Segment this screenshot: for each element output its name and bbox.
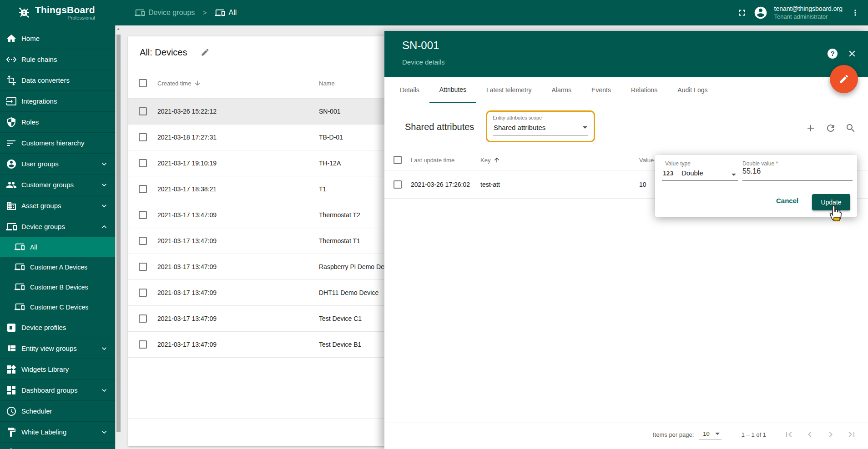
row-checkbox[interactable] [139, 133, 147, 141]
chevron-down-icon [732, 174, 736, 176]
more-menu-button[interactable] [851, 8, 860, 17]
table-row[interactable]: 2021-03-17 19:10:19 TH-12A [128, 150, 392, 176]
sidebar-subitem-all[interactable]: All [0, 237, 115, 257]
table-row[interactable]: 2021-03-17 13:47:09 Thermostat T2 [128, 202, 392, 228]
logo[interactable]: ThingsBoard Professional [0, 0, 115, 25]
scrollbar-thumb[interactable] [116, 35, 121, 432]
user-avatar[interactable] [753, 5, 768, 20]
panel-header: SN-001 Device details ? [384, 31, 868, 77]
help-icon[interactable]: ? [828, 49, 838, 59]
sidebar-subitem-customer-c-devices[interactable]: Customer C Devices [0, 297, 115, 317]
sidebar-item-rule-chains[interactable]: Rule chains [0, 49, 115, 70]
search-icon[interactable] [845, 123, 856, 134]
row-checkbox[interactable] [139, 340, 147, 349]
devices-icon [135, 8, 145, 18]
items-per-page-select[interactable]: 10 [699, 429, 721, 439]
sidebar-item-label: Customer groups [21, 181, 74, 189]
add-attribute-button[interactable] [805, 123, 816, 134]
entity-attributes-scope-select[interactable]: Entity attributes scope Shared attribute… [486, 110, 595, 142]
sidebar-item-audit-logs[interactable]: Audit Logs [0, 443, 115, 449]
value-type-select[interactable]: Double [681, 169, 703, 177]
refresh-button[interactable] [825, 123, 836, 134]
sidebar-item-scheduler[interactable]: Scheduler [0, 401, 115, 422]
sidebar-item-widgets-library[interactable]: Widgets Library [0, 359, 115, 380]
row-checkbox[interactable] [139, 159, 147, 167]
table-row[interactable]: 2021-03-17 18:38:21 T1 [128, 176, 392, 202]
row-checkbox[interactable] [139, 263, 147, 271]
row-checkbox[interactable] [139, 314, 147, 323]
next-page-button[interactable] [825, 429, 836, 440]
table-row[interactable]: 2021-03-17 13:47:09 Test Device B1 [128, 332, 392, 358]
device-name-cell: TH-12A [319, 160, 341, 167]
sidebar-item-integrations[interactable]: Integrations [0, 91, 115, 112]
chevron-down-icon [100, 201, 109, 210]
tab-alarms[interactable]: Alarms [542, 77, 582, 103]
table-row[interactable]: 2021-03-18 17:27:31 TB-D-01 [128, 125, 392, 150]
tab-attributes[interactable]: Attributes [429, 77, 476, 103]
column-header-key[interactable]: Key [480, 156, 639, 164]
numeric-type-icon: 123 [663, 170, 673, 177]
sidebar-item-data-converters[interactable]: Data converters [0, 70, 115, 91]
sidebar-item-label: Asset groups [21, 202, 61, 210]
last-page-button[interactable] [846, 429, 857, 440]
devices-icon [15, 282, 25, 293]
tab-latest-telemetry[interactable]: Latest telemetry [476, 77, 542, 103]
device-profiles-icon [6, 322, 17, 333]
double-value-input[interactable] [742, 167, 851, 175]
table-row[interactable]: 2021-03-17 13:47:09 Thermostat T1 [128, 228, 392, 254]
breadcrumb-device-groups[interactable]: Device groups [135, 8, 195, 18]
tab-events[interactable]: Events [581, 77, 621, 103]
row-checkbox[interactable] [139, 185, 147, 193]
sort-descending-icon [194, 80, 201, 87]
tab-details[interactable]: Details [390, 77, 429, 103]
table-row[interactable]: 2021-03-17 13:47:09 Raspberry Pi Demo De… [128, 254, 392, 280]
fullscreen-button[interactable] [737, 8, 747, 18]
sidebar-item-roles[interactable]: Roles [0, 112, 115, 133]
sidebar-item-asset-groups[interactable]: Asset groups [0, 195, 115, 216]
table-row[interactable]: 2021-03-17 13:47:09 Test Device C1 [128, 306, 392, 332]
tab-relations[interactable]: Relations [621, 77, 667, 103]
table-row[interactable]: 2021-03-26 15:22:12 SN-001 [128, 99, 392, 125]
tab-audit-logs[interactable]: Audit Logs [667, 77, 717, 103]
sidebar-item-label: User groups [21, 160, 59, 168]
row-checkbox[interactable] [139, 107, 147, 115]
sidebar-subitem-customer-b-devices[interactable]: Customer B Devices [0, 277, 115, 297]
column-header-last-update[interactable]: Last update time [411, 157, 480, 164]
first-page-button[interactable] [783, 429, 794, 440]
column-header-created-time[interactable]: Created time [157, 80, 319, 87]
scrollbar-up-arrow-icon[interactable]: ▲ [116, 27, 121, 31]
breadcrumb-all[interactable]: All [215, 8, 237, 18]
select-all-checkbox[interactable] [394, 156, 402, 164]
previous-page-button[interactable] [804, 429, 815, 440]
edit-device-fab[interactable] [830, 65, 858, 93]
user-email: tenant@thingsboard.org [774, 5, 843, 13]
sidebar-item-dashboard-groups[interactable]: Dashboard groups [0, 380, 115, 401]
device-name-cell: Thermostat T2 [319, 211, 360, 219]
sidebar-item-label: Customers hierarchy [21, 139, 84, 147]
row-checkbox[interactable] [139, 237, 147, 245]
update-button[interactable]: Update [812, 194, 850, 210]
row-checkbox[interactable] [139, 289, 147, 297]
sidebar-item-customers-hierarchy[interactable]: Customers hierarchy [0, 133, 115, 154]
close-icon[interactable] [847, 49, 857, 59]
panel-subtitle: Device details [402, 58, 868, 66]
sidebar-item-user-groups[interactable]: User groups [0, 154, 115, 175]
sidebar-item-device-groups[interactable]: Device groups [0, 216, 115, 237]
sidebar-scrollbar[interactable]: ▲ [115, 25, 121, 449]
row-checkbox[interactable] [139, 211, 147, 219]
table-row[interactable]: 2021-03-17 13:47:09 DHT11 Demo Device [128, 280, 392, 306]
select-all-checkbox[interactable] [139, 79, 147, 87]
column-header-name[interactable]: Name [319, 80, 335, 87]
created-time-cell: 2021-03-17 13:47:09 [157, 315, 319, 322]
sidebar-item-customer-groups[interactable]: Customer groups [0, 175, 115, 195]
entity-view-groups-icon [6, 343, 17, 354]
edit-title-button[interactable] [201, 48, 210, 57]
sidebar-item-home[interactable]: Home [0, 28, 115, 49]
sidebar-item-entity-view-groups[interactable]: Entity view groups [0, 338, 115, 359]
sidebar-subitem-customer-a-devices[interactable]: Customer A Devices [0, 257, 115, 277]
sidebar-item-device-profiles[interactable]: Device profiles [0, 317, 115, 338]
cancel-button[interactable]: Cancel [776, 197, 798, 205]
row-checkbox[interactable] [394, 180, 402, 189]
logo-title: ThingsBoard [35, 5, 95, 15]
sidebar-item-white-labeling[interactable]: White Labeling [0, 422, 115, 443]
